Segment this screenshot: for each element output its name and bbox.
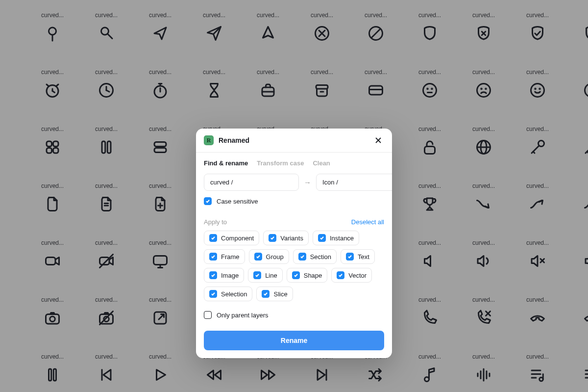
canvas-item-file-plus[interactable]: curved... [133, 183, 187, 239]
canvas-item-pause-alt[interactable]: curved... [25, 353, 79, 392]
camera-off-icon [96, 307, 117, 329]
replace-input[interactable] [316, 174, 392, 191]
canvas-item-file-blank[interactable]: curved... [25, 183, 79, 239]
canvas-item-trend-up[interactable]: cu [564, 183, 588, 239]
tab-clean[interactable]: Clean [313, 159, 330, 167]
canvas-item-hourglass[interactable]: curved... [187, 69, 241, 126]
case-sensitive-label: Case sensitive [217, 198, 258, 205]
video-off-icon [96, 250, 117, 272]
canvas-item-video-off[interactable]: curved... [79, 239, 133, 296]
canvas-item-alarm[interactable]: curved... [25, 69, 79, 126]
canvas-item-paper-plane[interactable]: curved... [187, 12, 241, 69]
find-input[interactable] [204, 174, 299, 191]
canvas-item-volume-mute[interactable]: cu [564, 239, 588, 296]
canvas-item-shield-check[interactable]: curved... [511, 12, 564, 69]
canvas-item-external[interactable]: curved... [133, 296, 187, 353]
canvas-item-volume-mute[interactable]: curved... [511, 239, 564, 296]
filter-chip-component[interactable]: Component [204, 231, 259, 245]
canvas-item-label: curved... [526, 239, 549, 246]
filter-chip-shape[interactable]: Shape [287, 268, 328, 283]
canvas-item-shuffle[interactable]: curved... [349, 353, 403, 392]
canvas-item-key[interactable]: cu [564, 126, 588, 183]
canvas-item-label: curved... [95, 183, 118, 189]
monitor-icon [149, 250, 171, 272]
filter-chip-text[interactable]: Text [341, 249, 375, 264]
filter-chip-selection[interactable]: Selection [204, 287, 252, 301]
canvas-item-phone-end[interactable]: curved... [511, 296, 564, 353]
canvas-item-briefcase[interactable]: curved... [241, 69, 295, 126]
canvas-item-video[interactable]: curved... [25, 239, 79, 296]
trend-up-icon [581, 193, 588, 215]
filter-chip-variants[interactable]: Variants [263, 231, 309, 245]
close-button[interactable] [372, 134, 384, 146]
face-sad-icon [473, 79, 494, 101]
case-sensitive-checkbox[interactable]: Case sensitive [204, 197, 258, 205]
canvas-item-music-note[interactable]: curved... [403, 353, 457, 392]
canvas-item-volume[interactable]: curved... [457, 239, 511, 296]
canvas-item-send[interactable]: curved... [133, 12, 187, 69]
canvas-item-trend-down[interactable]: curved... [457, 183, 511, 239]
canvas-item-label: curved... [41, 69, 64, 76]
circle-cross-icon [311, 23, 333, 44]
canvas-item-camera-off[interactable]: curved... [79, 296, 133, 353]
music-note-icon [419, 364, 441, 386]
canvas-item-volume-low[interactable]: curved... [403, 239, 457, 296]
canvas-item-face-smile[interactable]: curved... [511, 69, 564, 126]
canvas-item-lock-open[interactable]: curved... [403, 126, 457, 183]
canvas-item-ban[interactable]: curved... [349, 12, 403, 69]
filter-chip-slice[interactable]: Slice [256, 287, 293, 301]
filter-chip-image[interactable]: Image [204, 268, 244, 283]
canvas-item-camera[interactable]: curved... [25, 296, 79, 353]
filter-chip-group[interactable]: Group [249, 249, 289, 264]
canvas-item-phone-missed[interactable]: curved... [457, 296, 511, 353]
canvas-item-pin-tilt[interactable]: curved... [79, 12, 133, 69]
canvas-item-shield-cross[interactable]: curved... [457, 12, 511, 69]
canvas-item-skip-forward[interactable]: curved... [295, 353, 349, 392]
canvas-item-cursor[interactable]: curved... [241, 12, 295, 69]
filter-chip-vector[interactable]: Vector [331, 268, 372, 283]
filter-chip-section[interactable]: Section [293, 249, 337, 264]
deselect-all-link[interactable]: Deselect all [351, 218, 384, 226]
filter-chip-line[interactable]: Line [248, 268, 283, 283]
canvas-item-phone-end[interactable]: cu [564, 296, 588, 353]
canvas-item-list-rows[interactable]: curved... [133, 126, 187, 183]
canvas-item-face-neutral[interactable]: curved... [403, 69, 457, 126]
canvas-item-phone[interactable]: curved... [403, 296, 457, 353]
canvas-item-pause[interactable]: curved... [79, 126, 133, 183]
only-parent-checkbox[interactable]: Only parent layers [204, 311, 269, 319]
send-icon [149, 23, 171, 44]
volume-icon [473, 250, 494, 272]
canvas-item-face-sad[interactable]: curved... [457, 69, 511, 126]
filter-chip-instance[interactable]: Instance [313, 231, 359, 245]
canvas-item-skip-back[interactable]: curved... [79, 353, 133, 392]
canvas-item-pin-round[interactable]: curved... [25, 12, 79, 69]
pin-round-icon [42, 23, 63, 44]
canvas-item-playlist[interactable]: curved... [511, 353, 564, 392]
canvas-item-shield-check[interactable]: cu [564, 12, 588, 69]
canvas-item-stopwatch[interactable]: curved... [133, 69, 187, 126]
canvas-item-credit-card[interactable]: curved... [349, 69, 403, 126]
canvas-item-globe[interactable]: curved... [457, 126, 511, 183]
canvas-item-trend-up[interactable]: curved... [511, 183, 564, 239]
canvas-item-trophy[interactable]: curved... [403, 183, 457, 239]
canvas-item-play[interactable]: curved... [133, 353, 187, 392]
canvas-item-circle-cross[interactable]: curved... [295, 12, 349, 69]
canvas-item-audio-wave[interactable]: curved... [457, 353, 511, 392]
canvas-item-key[interactable]: curved... [511, 126, 564, 183]
canvas-item-shield[interactable]: curved... [403, 12, 457, 69]
canvas-item-file-minus[interactable]: curved... [79, 183, 133, 239]
canvas-item-playlist[interactable]: cu [564, 353, 588, 392]
filter-chip-frame[interactable]: Frame [204, 249, 245, 264]
canvas-item-grid-apps[interactable]: curved... [25, 126, 79, 183]
canvas-item-monitor[interactable]: curved... [133, 239, 187, 296]
canvas-item-archive[interactable]: curved... [295, 69, 349, 126]
canvas-item-fast-forward[interactable]: curved... [241, 353, 295, 392]
tab-transform-case[interactable]: Transform case [257, 159, 304, 167]
rename-button[interactable]: Rename [204, 331, 384, 350]
canvas-item-clock[interactable]: curved... [79, 69, 133, 126]
checkbox-icon [298, 253, 306, 261]
canvas-item-face-smile[interactable]: cu [564, 69, 588, 126]
canvas-item-rewind[interactable]: curved... [187, 353, 241, 392]
tab-find-rename[interactable]: Find & rename [204, 159, 248, 167]
video-icon [42, 250, 63, 272]
